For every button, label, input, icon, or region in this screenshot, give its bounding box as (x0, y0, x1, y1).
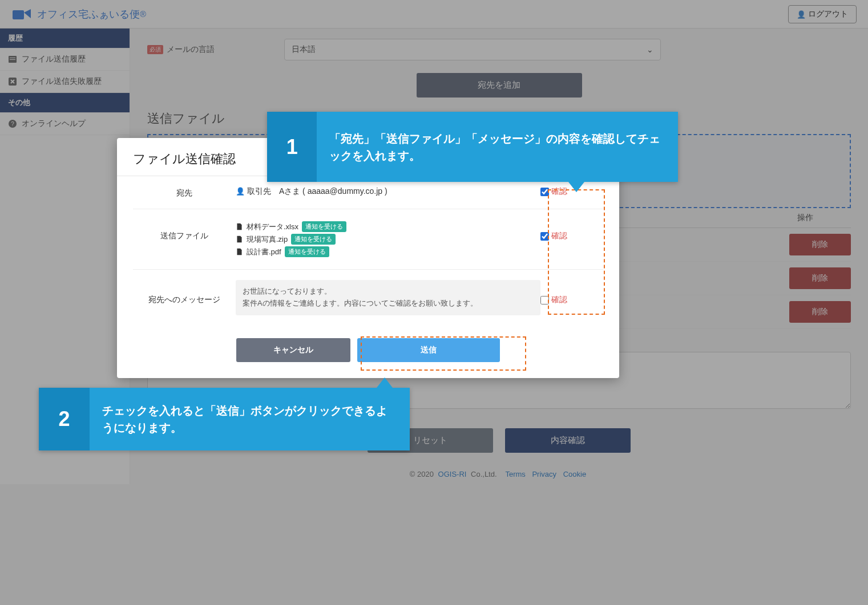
cancel-button[interactable]: キャンセル (236, 338, 350, 362)
modal-row-msg-label: 宛先へのメッセージ (133, 280, 236, 305)
check-dest[interactable] (540, 188, 549, 196)
modal-row-files-label: 送信ファイル (133, 220, 236, 241)
callout-2-pointer (377, 377, 393, 388)
notify-badge: 通知を受ける (285, 246, 329, 257)
callout-1: 1 「宛先」「送信ファイル」「メッセージ」の内容を確認してチェックを入れます。 (267, 112, 678, 182)
callout-1-text: 「宛先」「送信ファイル」「メッセージ」の内容を確認してチェックを入れます。 (317, 122, 678, 172)
callout-2-text: チェックを入れると「送信」ボタンがクリックできるようになります。 (90, 394, 410, 444)
check-files[interactable] (540, 232, 549, 241)
dest-value: 取引先 Aさま ( aaaaa@dummy.co.jp ) (247, 186, 387, 196)
callout-2-number: 2 (39, 388, 90, 450)
notify-badge: 通知を受ける (291, 234, 336, 245)
msg-preview: お世話になっております。 案件Aの情報をご連絡します。内容についてご確認をお願い… (236, 280, 540, 315)
modal-row-dest-label: 宛先 (133, 186, 236, 198)
person-icon (236, 186, 245, 196)
callout-1-number: 1 (267, 112, 317, 182)
notify-badge: 通知を受ける (302, 221, 346, 232)
callout-2: 2 チェックを入れると「送信」ボタンがクリックできるようになります。 (39, 388, 410, 450)
send-button[interactable]: 送信 (357, 338, 500, 362)
callout-1-pointer (568, 182, 584, 192)
file-icon (236, 248, 243, 255)
check-msg[interactable] (540, 296, 549, 304)
file-icon (236, 235, 243, 243)
file-icon (236, 223, 243, 230)
